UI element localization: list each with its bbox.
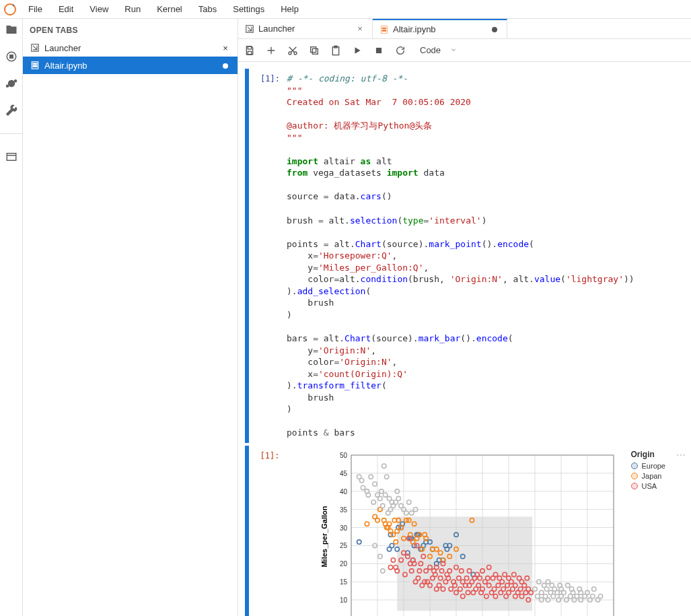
editor-area: Launcher × Altair.ipynb Code <box>238 19 691 616</box>
save-button[interactable] <box>244 44 256 57</box>
cut-button[interactable] <box>287 44 299 57</box>
legend-item[interactable]: USA <box>631 482 665 490</box>
svg-rect-20 <box>312 48 318 54</box>
chart-legend: Origin EuropeJapanUSA <box>631 450 665 616</box>
menu-tabs[interactable]: Tabs <box>190 1 225 17</box>
svg-text:35: 35 <box>339 506 347 514</box>
input-prompt: [1]: <box>254 73 287 439</box>
celltype-label: Code <box>420 45 441 55</box>
svg-text:30: 30 <box>339 524 347 532</box>
copy-button[interactable] <box>308 44 320 57</box>
doc-tab-launcher[interactable]: Launcher × <box>238 19 373 38</box>
svg-point-288 <box>598 594 602 598</box>
menu-kernel[interactable]: Kernel <box>149 1 190 17</box>
chevron-down-icon <box>450 45 457 55</box>
svg-point-245 <box>404 511 408 515</box>
menu-help[interactable]: Help <box>272 1 307 17</box>
open-tab-label: Launcher <box>44 43 220 53</box>
svg-point-285 <box>590 594 594 598</box>
stop-button[interactable] <box>373 44 385 57</box>
svg-point-120 <box>388 565 392 569</box>
svg-point-56 <box>357 540 361 544</box>
run-button[interactable] <box>351 44 363 57</box>
menu-settings[interactable]: Settings <box>225 1 272 17</box>
doc-tab-altair[interactable]: Altair.ipynb <box>373 19 507 38</box>
folder-icon[interactable] <box>5 23 18 36</box>
svg-text:15: 15 <box>339 578 347 586</box>
notebook-body[interactable]: [1]: # -*- coding: utf-8 -*- """ Created… <box>238 62 691 616</box>
svg-point-221 <box>359 478 363 482</box>
open-tabs-header: OPEN TABS <box>23 19 238 39</box>
left-panel: OPEN TABS Launcher × Altair.ipynb <box>23 19 238 616</box>
legend-item[interactable]: Europe <box>631 462 665 470</box>
doc-tab-label: Altair.ipynb <box>393 24 489 34</box>
legend-item[interactable]: Japan <box>631 472 665 480</box>
paste-button[interactable] <box>330 44 342 57</box>
code-editor[interactable]: # -*- coding: utf-8 -*- """ Created on S… <box>287 73 691 439</box>
wrench-icon[interactable] <box>5 104 18 117</box>
svg-point-259 <box>544 587 548 591</box>
tabs-icon[interactable] <box>5 150 18 164</box>
svg-text:20: 20 <box>339 560 347 568</box>
svg-point-242 <box>396 496 400 500</box>
svg-point-233 <box>383 493 387 497</box>
menu-run[interactable]: Run <box>116 1 149 17</box>
svg-point-286 <box>591 587 595 591</box>
svg-text:Miles_per_Gallon: Miles_per_Gallon <box>320 506 328 567</box>
svg-rect-15 <box>382 30 386 31</box>
chart-output: 101520253035404550Miles_per_Gallon Origi… <box>287 450 691 616</box>
notebook-icon <box>30 60 40 71</box>
svg-point-253 <box>535 594 539 598</box>
menu-bar: File Edit View Run Kernel Tabs Settings … <box>0 0 691 19</box>
svg-point-264 <box>551 594 555 598</box>
svg-point-271 <box>561 590 565 594</box>
open-tabs-list: Launcher × Altair.ipynb <box>23 39 238 74</box>
svg-point-85 <box>365 522 369 526</box>
svg-text:10: 10 <box>339 596 347 604</box>
svg-rect-3 <box>9 55 13 59</box>
more-actions-icon[interactable]: ⋯ <box>676 450 687 460</box>
menu-edit[interactable]: Edit <box>50 1 81 17</box>
svg-rect-10 <box>33 63 37 65</box>
open-tab-launcher[interactable]: Launcher × <box>23 39 238 57</box>
code-cell[interactable]: [1]: # -*- coding: utf-8 -*- """ Created… <box>245 69 691 443</box>
svg-point-232 <box>381 464 386 468</box>
notebook-toolbar: Code <box>238 39 691 62</box>
menu-file[interactable]: File <box>20 1 50 17</box>
launcher-icon <box>245 24 254 34</box>
svg-text:50: 50 <box>339 452 347 459</box>
restart-button[interactable] <box>394 44 406 57</box>
svg-point-121 <box>391 558 395 562</box>
svg-point-4 <box>7 80 15 88</box>
activity-bar <box>0 19 23 616</box>
jupyter-logo-icon <box>0 3 20 16</box>
running-icon[interactable] <box>5 50 18 63</box>
svg-point-5 <box>13 79 17 83</box>
dirty-dot-icon <box>489 24 500 34</box>
svg-point-6 <box>5 85 9 88</box>
legend-title: Origin <box>631 450 665 459</box>
commands-icon[interactable] <box>5 77 18 90</box>
svg-point-1 <box>13 4 15 6</box>
svg-point-266 <box>554 590 558 594</box>
open-tab-altair[interactable]: Altair.ipynb <box>23 57 238 74</box>
close-icon[interactable]: × <box>355 24 365 34</box>
open-tab-label: Altair.ipynb <box>44 61 220 71</box>
svg-point-225 <box>369 475 373 479</box>
add-cell-button[interactable] <box>265 44 277 57</box>
svg-rect-24 <box>376 47 381 53</box>
svg-rect-11 <box>33 66 37 67</box>
svg-point-250 <box>377 554 381 558</box>
launcher-icon <box>30 42 40 53</box>
scatter-chart[interactable]: 101520253035404550Miles_per_Gallon <box>318 450 620 616</box>
doc-tab-label: Launcher <box>258 24 355 34</box>
svg-point-231 <box>380 504 384 508</box>
svg-point-227 <box>372 482 376 486</box>
svg-point-247 <box>409 511 413 515</box>
svg-text:40: 40 <box>339 488 347 495</box>
celltype-select[interactable]: Code <box>416 44 461 57</box>
close-icon[interactable]: × <box>220 43 231 53</box>
doc-tab-bar: Launcher × Altair.ipynb <box>238 19 691 39</box>
svg-text:25: 25 <box>339 542 347 549</box>
menu-view[interactable]: View <box>81 1 116 17</box>
